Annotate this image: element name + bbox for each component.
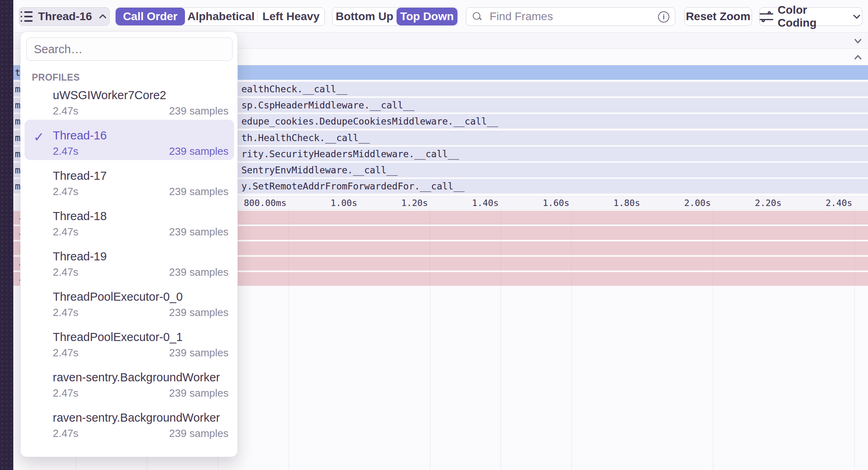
profile-samples: 239 samples (169, 427, 228, 439)
frame-clipped-char: m (15, 133, 21, 143)
find-frames-field: i (466, 7, 675, 26)
direction-segmented-control: Bottom Up Top Down (332, 7, 458, 26)
frame-label: th.HealthCheck.__call__ (241, 133, 370, 143)
profile-duration: 2.47s (53, 347, 79, 359)
dropdown-item-profile[interactable]: uWSGIWorker7Core2 2.47s 239 samples (25, 79, 234, 120)
dropdown-item-profile[interactable]: Thread-17 2.47s 239 samples (25, 160, 234, 200)
profile-samples: 239 samples (169, 226, 228, 238)
profile-name: raven-sentry.BackgroundWorker (53, 411, 228, 424)
profile-duration: 2.47s (53, 266, 79, 278)
thread-dropdown-panel: PROFILES uWSGIWorker7Core2 2.47s 239 sam… (20, 31, 238, 457)
app-sidebar-strip (0, 0, 13, 470)
sliders-icon (760, 12, 773, 21)
dropdown-item-profile[interactable]: Thread-18 2.47s 239 samples (25, 200, 234, 241)
toolbar: Thread-16 Call Order Alphabetical Left H… (0, 0, 868, 28)
tab-top-down[interactable]: Top Down (397, 8, 457, 25)
profile-name: Thread-19 (53, 250, 228, 263)
profile-samples: 239 samples (169, 347, 228, 359)
profile-samples: 239 samples (169, 306, 228, 318)
axis-tick-label: 1.60s (543, 198, 569, 208)
frame-label: sp.CspHeaderMiddleware.__call__ (241, 100, 414, 110)
dropdown-item-profile-selected[interactable]: ✓ Thread-16 2.47s 239 samples (25, 120, 234, 160)
chevron-up-icon (98, 12, 108, 21)
frame-label: ealthCheck.__call__ (241, 84, 347, 94)
frame-clipped-char: m (15, 116, 21, 127)
profile-duration: 2.47s (53, 105, 79, 117)
frame-label: edupe_cookies.DedupeCookiesMiddleware.__… (241, 116, 498, 127)
tab-left-heavy[interactable]: Left Heavy (257, 8, 324, 25)
dropdown-item-profile[interactable]: raven-sentry.BackgroundWorker 2.47s 239 … (25, 402, 234, 442)
info-icon[interactable]: i (658, 11, 669, 23)
profile-duration: 2.47s (53, 226, 79, 238)
axis-tick-label: 1.00s (330, 198, 357, 208)
profile-samples: 239 samples (169, 387, 228, 399)
dropdown-item-profile[interactable]: Thread-19 2.47s 239 samples (25, 241, 234, 281)
dropdown-item-profile[interactable]: ThreadPoolExecutor-0_1 2.47s 239 samples (25, 321, 234, 362)
axis-tick-label: 1.40s (472, 198, 498, 208)
reset-zoom-label: Reset Zoom (686, 10, 750, 23)
axis-tick-label: 1.80s (613, 198, 640, 208)
reset-zoom-button[interactable]: Reset Zoom (684, 7, 752, 26)
list-icon (21, 11, 33, 22)
axis-tick-label: 2.20s (755, 198, 781, 208)
profile-samples: 239 samples (169, 185, 228, 198)
tab-bottom-up[interactable]: Bottom Up (332, 8, 397, 25)
find-frames-input[interactable] (466, 10, 627, 23)
sort-mode-segmented-control: Call Order Alphabetical Left Heavy (115, 7, 325, 26)
frame-clipped-char: m (15, 84, 21, 94)
dropdown-item-profile[interactable]: raven-sentry.BackgroundWorker 2.47s 239 … (25, 362, 234, 402)
profile-name: raven-sentry.BackgroundWorker (53, 370, 228, 384)
frame-label: y.SetRemoteAddrFromForwardedFor.__call__ (241, 181, 465, 191)
profile-duration: 2.47s (53, 306, 79, 318)
color-coding-button[interactable]: Color Coding (759, 7, 862, 26)
profile-name: ThreadPoolExecutor-0_1 (53, 330, 228, 344)
axis-tick-label: 2.00s (684, 198, 711, 208)
profile-name: Thread-17 (53, 169, 228, 183)
frame-clipped-char: m (15, 100, 21, 110)
tab-call-order[interactable]: Call Order (116, 8, 185, 25)
tab-alphabetical[interactable]: Alphabetical (185, 8, 257, 25)
chevron-up-icon[interactable] (852, 52, 864, 62)
profile-samples: 239 samples (169, 266, 228, 278)
dropdown-search-input[interactable] (26, 37, 233, 61)
profile-name: Thread-18 (53, 209, 228, 223)
chevron-down-icon (851, 12, 862, 21)
profile-name: Thread-16 (53, 129, 228, 142)
thread-selector-label: Thread-16 (38, 10, 92, 23)
dropdown-item-profile[interactable]: ThreadPoolExecutor-0_0 2.47s 239 samples (25, 281, 234, 321)
profile-name: ThreadPoolExecutor-0_0 (53, 290, 228, 304)
profile-samples: 239 samples (169, 105, 228, 117)
profile-duration: 2.47s (53, 427, 79, 439)
thread-selector-button[interactable]: Thread-16 (19, 7, 110, 26)
frame-clipped-char: m (15, 181, 21, 191)
frame-clipped-char: m (15, 165, 21, 175)
frame-label: rity.SecurityHeadersMiddleware.__call__ (241, 149, 459, 159)
profile-duration: 2.47s (53, 387, 79, 399)
frame-clipped-char: t (15, 67, 21, 78)
color-coding-label: Color Coding (778, 4, 847, 29)
frame-label: SentryEnvMiddleware.__call__ (241, 165, 398, 175)
frame-clipped-char: m (15, 149, 21, 159)
axis-tick-label: 2.40s (826, 198, 852, 208)
profile-samples: 239 samples (169, 145, 228, 157)
profile-name: uWSGIWorker7Core2 (53, 88, 228, 102)
search-icon (473, 12, 482, 22)
profile-duration: 2.47s (53, 185, 79, 198)
check-icon: ✓ (33, 129, 44, 145)
chevron-down-icon[interactable] (852, 36, 864, 46)
axis-tick-label: 800.00ms (244, 198, 287, 208)
profile-duration: 2.47s (53, 145, 79, 157)
axis-tick-label: 1.20s (401, 198, 428, 208)
